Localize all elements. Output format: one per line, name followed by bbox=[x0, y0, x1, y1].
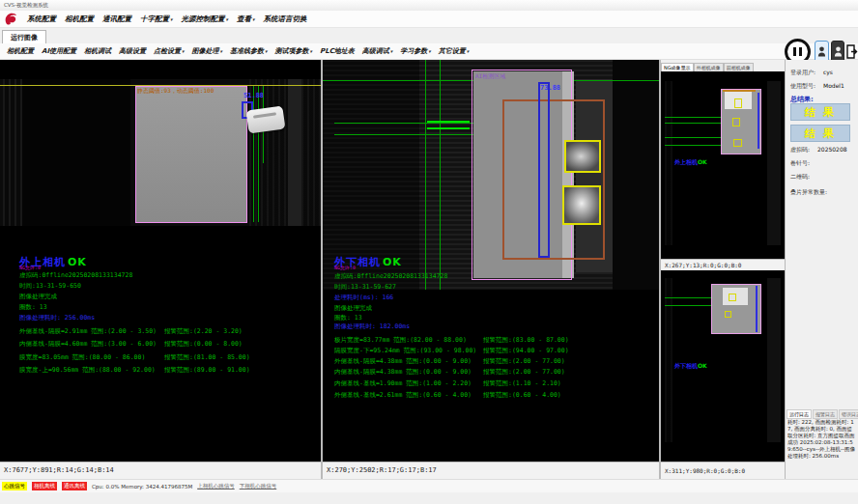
menu-item-cross-config[interactable]: 十字配置▾ bbox=[140, 14, 173, 24]
down-camera-heartbeat[interactable]: 下相机心跳信号 bbox=[240, 483, 277, 490]
measure-value-label: 73.88 bbox=[540, 84, 560, 92]
tool-baseline-params[interactable]: 基准线参数▾ bbox=[230, 46, 268, 56]
alarm-text: 报警范围:(2.00 - 77.00) bbox=[483, 368, 565, 377]
tab-strip: 运行图像 bbox=[0, 28, 858, 44]
tool-spot-check[interactable]: 点检设置▾ bbox=[154, 46, 185, 56]
green-measure-line bbox=[665, 117, 723, 118]
green-measure-line bbox=[665, 145, 721, 146]
preview-scene-band bbox=[767, 278, 781, 442]
tab-alarm-log[interactable]: 报警日志 bbox=[813, 409, 838, 419]
chevron-down-icon: ▾ bbox=[390, 48, 393, 54]
blue-measure-line bbox=[756, 286, 758, 332]
menu-item-comm-config[interactable]: 通讯配置 bbox=[102, 14, 131, 24]
tab-ng-display[interactable]: NG成像显示 bbox=[661, 63, 694, 71]
tool-advanced-settings[interactable]: 高级设置 bbox=[119, 46, 146, 56]
window-title: CVS-视觉检测系统 bbox=[4, 2, 48, 8]
green-measure-line bbox=[665, 305, 711, 306]
tool-image-processing[interactable]: 图像处理▾ bbox=[192, 46, 223, 56]
chevron-down-icon: ▾ bbox=[252, 16, 255, 22]
left-pixel-coords: X:7677;Y:891;R:14;G:14;B:14 bbox=[0, 462, 321, 479]
alarm-text: 报警范围:(1.10 - 2.10) bbox=[483, 379, 561, 388]
measure-text: 内侧基线-基线=1.90mm 范围:(1.00 - 2.20) bbox=[334, 379, 472, 388]
brown-detect-rect bbox=[502, 99, 605, 260]
left-scene-dark bbox=[22, 79, 130, 226]
status-line: 图像处理完成 bbox=[19, 293, 57, 301]
up-camera-heartbeat[interactable]: 上相机心跳信号 bbox=[197, 483, 235, 490]
preview-threshold-text-mark bbox=[723, 90, 756, 92]
virtual-code-label: 虚拟码: bbox=[790, 146, 810, 154]
preview-scene-band bbox=[665, 278, 672, 442]
elapsed-line: 图像处理耗时: 182.00ms bbox=[334, 322, 410, 331]
alarm-text: 报警范围:(89.00 - 91.00) bbox=[164, 366, 250, 375]
alarm-text: 报警范围:(83.00 - 87.00) bbox=[483, 336, 569, 345]
green-measure-line bbox=[258, 86, 259, 222]
measure-text: 外侧基线-基线=2.61mm 范围:(0.60 - 4.00) bbox=[334, 391, 472, 400]
tab-error-log[interactable]: 错误日志 bbox=[839, 409, 858, 419]
menu-item-light-config[interactable]: 光源控制配置▾ bbox=[182, 14, 229, 24]
left-roi-rect bbox=[135, 86, 247, 223]
measure-text: 极片宽度=83.77mm 范围:(82.00 - 88.00) bbox=[334, 336, 467, 345]
alarm-text: 报警范围:(94.00 - 97.00) bbox=[483, 347, 569, 355]
virtual-code-value: 20250208 bbox=[817, 146, 847, 153]
tool-test-params[interactable]: 测试项参数▾ bbox=[275, 46, 313, 56]
tab-outer-camera[interactable]: 外相机成像 bbox=[694, 63, 724, 71]
log-tab-strip: 运行日志 报警日志 错误日志 bbox=[786, 409, 858, 419]
chevron-down-icon: ▾ bbox=[220, 48, 223, 54]
app-logo-icon bbox=[4, 13, 18, 26]
tab-front-camera[interactable]: 前相机成像 bbox=[724, 63, 754, 71]
measure-text: 膜宽度-上=90.56mm 范围:(88.00 - 92.00) bbox=[19, 366, 156, 375]
preview-viewport-1[interactable]: 外上相机OK bbox=[661, 71, 785, 259]
tool-advanced-debug[interactable]: 高级调试▾ bbox=[362, 46, 393, 56]
alarm-text: 报警范围:(2.20 - 3.20) bbox=[164, 327, 243, 336]
center-camera-viewport[interactable]: AI检测区域 73.88 外下相机OK NG允许:0 虚拟码:0ffline20… bbox=[323, 60, 659, 462]
qrcode-label: 二维码: bbox=[790, 173, 810, 182]
login-user-value: cys bbox=[823, 69, 833, 75]
barcode-line: 虚拟码:0ffline20250208133134728 bbox=[19, 271, 132, 280]
tool-ai-config[interactable]: AI使用配置 bbox=[42, 46, 76, 56]
menu-item-camera-config[interactable]: 相机配置 bbox=[65, 14, 94, 24]
menu-item-system-config[interactable]: 系统配置 bbox=[27, 14, 56, 24]
result-ok: OK bbox=[383, 256, 402, 268]
left-camera-viewport[interactable]: 静态阈值:93，动态阈值:100 51.88 外上相机OK NG允许:0 虚拟码… bbox=[0, 60, 321, 462]
chevron-down-icon: ▾ bbox=[170, 16, 173, 22]
measure-value-label: 51.88 bbox=[243, 92, 264, 99]
yellow-detect-rect bbox=[733, 139, 742, 147]
ai-region-label: AI检测区域 bbox=[475, 72, 505, 81]
result-ok: OK bbox=[698, 362, 707, 369]
camera-offline-badge: 相机离线 bbox=[32, 482, 57, 490]
yellow-detect-rect bbox=[725, 311, 731, 318]
tab-run-log[interactable]: 运行日志 bbox=[786, 409, 812, 419]
green-measure-line bbox=[440, 60, 441, 290]
stack-anomaly-label: 叠片异常数量: bbox=[790, 188, 827, 197]
tool-camera-config[interactable]: 相机配置 bbox=[7, 46, 34, 56]
tool-learning-params[interactable]: 学习参数▾ bbox=[400, 46, 431, 56]
preview-scene-band bbox=[665, 81, 672, 245]
login-user-label: 登录用户: bbox=[790, 69, 815, 77]
tool-camera-debug[interactable]: 相机调试 bbox=[84, 46, 111, 56]
chevron-down-icon: ▾ bbox=[428, 48, 431, 54]
left-scene-band bbox=[3, 79, 22, 226]
menu-item-language-switch[interactable]: 系统语言切换 bbox=[264, 14, 307, 24]
user-dark-icon bbox=[834, 45, 843, 58]
result-indicator-2: 结 果 bbox=[790, 125, 850, 142]
menu-item-view[interactable]: 查看▾ bbox=[237, 14, 255, 24]
preview-viewport-2[interactable]: 外下相机OK bbox=[661, 270, 785, 462]
tool-other-settings[interactable]: 其它设置▾ bbox=[439, 46, 470, 56]
measure-text: 内侧基线-隔膜=4.60mm 范围:(3.00 - 6.00) bbox=[19, 340, 157, 349]
measure-text: 外侧基线-隔膜=4.38mm 范围:(0.00 - 9.00) bbox=[334, 357, 472, 366]
count-line: 圈数: 13 bbox=[19, 303, 47, 312]
green-highlight-line bbox=[427, 121, 470, 123]
bottom-status-bar: 心跳信号 相机离线 通讯离线 Cpu: 0.0% Memory: 3424.41… bbox=[0, 479, 858, 492]
preview1-pixel-coords: X:267;Y:13;R:0;G:0;B:0 bbox=[661, 259, 785, 270]
center-pixel-coords: X:270;Y:2502;R:17;G:17;B:17 bbox=[323, 462, 659, 479]
preview-scene-band bbox=[767, 81, 781, 245]
tab-run-image[interactable]: 运行图像 bbox=[2, 30, 46, 44]
measure-text: 膜宽度=83.05mm 范围:(80.00 - 86.00) bbox=[19, 353, 145, 362]
green-highlight-line bbox=[427, 127, 470, 129]
blue-measure-rect bbox=[538, 82, 550, 258]
yellow-detect-rect bbox=[734, 98, 742, 108]
measure-text: 隔膜宽度-下=95.24mm 范围:(93.00 - 98.00) bbox=[334, 347, 476, 355]
green-measure-line bbox=[253, 86, 254, 222]
threshold-overlay-text: 静态阈值:93，动态阈值:100 bbox=[137, 87, 245, 96]
tool-plc-address[interactable]: PLC地址表 bbox=[320, 46, 355, 56]
